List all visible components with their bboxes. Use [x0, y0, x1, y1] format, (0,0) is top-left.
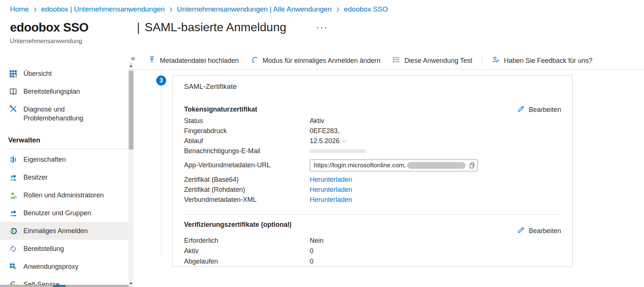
row-value: 12.5.2026	[310, 137, 339, 145]
sidebar-item-einmaliges-anmelden[interactable]: Einmaliges Anmelden	[0, 222, 129, 240]
certificate-detail-rows: Status Aktiv Fingerabdruck 0EFE283, Abla…	[184, 116, 561, 156]
redacted-blob	[407, 162, 466, 169]
sidebar-item-uebersicht[interactable]: Übersicht	[0, 65, 129, 83]
card-section-divider	[184, 214, 561, 215]
download-base64-link[interactable]: Herunterladen	[310, 176, 352, 184]
properties-bars-icon	[9, 156, 17, 164]
sidebar-item-label: Übersicht	[23, 69, 52, 78]
edit-button-label: Bearbeiten	[529, 106, 561, 114]
thumbprint-row: Fingerabdruck 0EFE283,	[184, 126, 561, 136]
federation-metadata-url-row: App-Verbundmetadaten-URL https://login.m…	[184, 159, 561, 171]
change-mode-icon	[251, 56, 258, 65]
row-label: Erforderlich	[184, 237, 310, 245]
copy-icon[interactable]	[468, 162, 476, 169]
breadcrumb: Home edoobox | Unternehmensanwendungen U…	[10, 5, 388, 13]
row-value: 0	[310, 247, 313, 255]
row-value: Nein	[310, 237, 323, 245]
scroll-down-icon[interactable]	[129, 283, 132, 285]
single-sign-on-icon	[9, 227, 17, 235]
blade-title: | SAML-basierte Anmeldung	[137, 20, 286, 34]
scrollbar-thumb[interactable]	[129, 71, 133, 149]
federation-metadata-url-input[interactable]: https://login.microsoftonline.com,	[310, 159, 478, 171]
breadcrumb-link-home[interactable]: Home	[10, 5, 29, 13]
sidebar-item-eigenschaften[interactable]: Eigenschaften	[0, 151, 129, 168]
download-rows: Zertifikat (Base64) Herunterladen Zertif…	[184, 175, 561, 205]
federation-metadata-xml-row: Verbundmetadaten-XML Herunterladen	[184, 195, 561, 205]
card-title: SAML-Zertifikate	[184, 83, 561, 90]
row-label: Aktiv	[184, 247, 310, 255]
row-label: Benachrichtigungs-E-Mail	[184, 147, 310, 155]
verification-detail-rows: Erforderlich Nein Aktiv 0 Abgelaufen 0	[184, 235, 561, 267]
azure-portal-page: Home edoobox | Unternehmensanwendungen U…	[0, 0, 644, 287]
sidebar-item-bereitstellungsplan[interactable]: Bereitstellungsplan	[0, 83, 129, 100]
app-type-subtitle: Unternehmensanwendung	[10, 38, 82, 45]
breadcrumb-link-enterprise-apps[interactable]: edoobox | Unternehmensanwendungen	[41, 5, 165, 13]
sidebar-divider	[8, 149, 129, 149]
edit-verification-certificates-button[interactable]: Bearbeiten	[517, 226, 561, 236]
row-label: Verbundmetadaten-XML	[184, 196, 310, 204]
breadcrumb-link-all-apps[interactable]: Unternehmensanwendungen | Alle Anwendung…	[177, 5, 332, 13]
sidebar-item-rollen[interactable]: Rollen und Administratoren	[0, 186, 129, 204]
row-label: Fingerabdruck	[184, 127, 310, 135]
row-label: Abgelaufen	[184, 258, 310, 265]
url-value: https://login.microsoftonline.com,	[314, 162, 406, 169]
owners-people-icon	[9, 174, 17, 181]
status-row: Status Aktiv	[184, 116, 561, 126]
edit-token-certificate-button[interactable]: Bearbeiten	[517, 105, 561, 115]
saml-certificates-card: SAML-Zertifikate Tokensignaturzertifikat…	[173, 75, 573, 267]
sidebar-item-label: Besitzer	[23, 173, 48, 182]
users-people-icon	[9, 209, 17, 217]
sidebar-item-benutzer-gruppen[interactable]: Benutzer und Gruppen	[0, 204, 129, 222]
sidebar-item-label: Rollen und Administratoren	[23, 191, 104, 200]
toolbar-button-label: Diese Anwendung Test	[404, 57, 472, 65]
step-number-badge: 3	[156, 75, 166, 86]
sidebar-item-label: Bereitstellung	[23, 244, 64, 253]
scroll-up-icon[interactable]	[129, 65, 132, 67]
sidebar-item-diagnose[interactable]: Diagnose und Problembehandlung	[0, 100, 129, 127]
token-certificate-section-header: Tokensignaturzertifikat Bearbeiten	[184, 105, 561, 114]
section-title: Verifizierungszertifikate (optional)	[184, 220, 292, 229]
checklist-icon	[392, 56, 400, 65]
toolbar-button-label: Haben Sie Feedback für uns?	[504, 57, 592, 65]
sidebar-scrollbar[interactable]	[129, 62, 133, 287]
test-application-button[interactable]: Diese Anwendung Test	[386, 54, 478, 67]
download-raw-link[interactable]: Herunterladen	[310, 186, 352, 194]
toolbar-button-label: Modus für einmaliges Anmelden ändern	[263, 57, 380, 65]
chevron-right-icon	[336, 6, 340, 13]
row-label: Zertifikat (Base64)	[184, 176, 310, 184]
page-title: edoobox SSO	[10, 20, 88, 35]
sidebar-item-besitzer[interactable]: Besitzer	[0, 168, 129, 186]
sidebar-item-label: Diagnose und Problembehandlung	[23, 105, 116, 123]
sidebar-item-label: Bereitstellungsplan	[23, 87, 80, 96]
row-label: Ablauf	[184, 137, 310, 145]
more-menu-button[interactable]: ···	[316, 22, 328, 33]
row-value: 0EFE283,	[310, 127, 339, 135]
bottom-edge-strip	[0, 285, 129, 287]
provisioning-sync-icon	[9, 245, 17, 253]
verification-certificates-section-header: Verifizierungszertifikate (optional) Bea…	[184, 220, 561, 229]
pencil-icon	[517, 105, 525, 115]
change-sso-mode-button[interactable]: Modus für einmaliges Anmelden ändern	[245, 54, 386, 67]
pencil-icon	[517, 226, 525, 236]
certificate-base64-row: Zertifikat (Base64) Herunterladen	[184, 175, 561, 185]
overview-grid-icon	[9, 70, 17, 78]
sidebar-item-bereitstellung[interactable]: Bereitstellung	[0, 240, 129, 258]
expiration-row: Ablauf 12.5.2026	[184, 136, 561, 146]
toolbar-divider	[482, 56, 482, 65]
sidebar-item-label: Einmaliges Anmelden	[23, 226, 88, 235]
chevron-right-icon	[169, 6, 173, 13]
row-value: 0	[310, 258, 313, 265]
step-timeline-line	[161, 70, 161, 257]
redacted-blob	[342, 139, 346, 143]
required-row: Erforderlich Nein	[184, 235, 561, 246]
sidebar-item-anwendungsproxy[interactable]: Anwendungsproxy	[0, 258, 129, 275]
app-proxy-grid-icon	[9, 263, 17, 271]
certificate-raw-row: Zertifikat (Rohdaten) Herunterladen	[184, 185, 561, 195]
breadcrumb-link-edoobox-sso[interactable]: edoobox SSO	[344, 5, 388, 13]
sidebar-item-label: Benutzer und Gruppen	[23, 209, 91, 217]
roles-person-cube-icon	[9, 191, 17, 199]
download-metadata-xml-link[interactable]: Herunterladen	[310, 196, 352, 204]
feedback-button[interactable]: Haben Sie Feedback für uns?	[486, 54, 598, 67]
section-title: Tokensignaturzertifikat	[184, 105, 257, 114]
upload-metadata-button[interactable]: Metadatendatei hochladen	[142, 54, 245, 67]
